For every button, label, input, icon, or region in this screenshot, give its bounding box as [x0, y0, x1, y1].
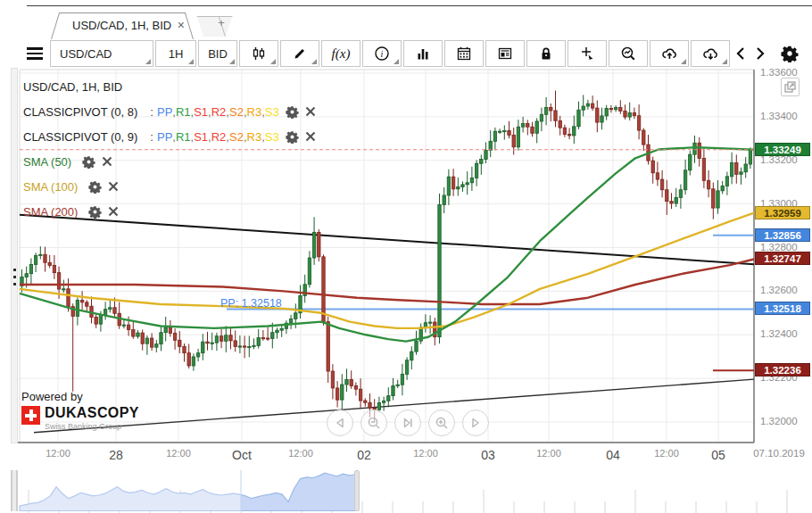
candle: [95, 318, 97, 325]
separator: :: [150, 130, 153, 144]
navigator-right-handle[interactable]: [354, 470, 360, 511]
tab-usdcad-1h-bid[interactable]: USD/CAD, 1H, BID ×: [51, 12, 194, 39]
indicator-remove-button[interactable]: [108, 206, 119, 217]
gear-icon: [88, 180, 102, 194]
candle: [229, 335, 232, 341]
cloud-download-button[interactable]: [691, 40, 730, 67]
candle: [670, 202, 673, 203]
brand-name: DUKASCOPY: [45, 406, 139, 420]
candle: [666, 190, 668, 202]
indicator-settings-button[interactable]: [88, 205, 102, 219]
candle: [461, 185, 464, 187]
candle: [544, 107, 547, 114]
candle: [633, 112, 635, 115]
scroll-right-button[interactable]: [751, 40, 769, 67]
candle: [276, 330, 278, 333]
indicator-settings-button[interactable]: [286, 105, 299, 119]
indicator-remove-button[interactable]: [102, 156, 112, 167]
candle: [609, 108, 612, 109]
candle: [707, 180, 709, 189]
lock-button[interactable]: [526, 40, 566, 67]
step-forward-button[interactable]: [462, 410, 489, 436]
step-back-button[interactable]: [327, 410, 353, 436]
legend-sma-row-2: SMA (100): [23, 174, 316, 199]
time-tick-label: 12:00: [536, 448, 561, 459]
menu-button[interactable]: [21, 40, 48, 67]
candle: [202, 342, 204, 352]
zoom-out-button[interactable]: [360, 410, 387, 436]
crosshair-icon: [579, 46, 595, 62]
candle: [369, 402, 371, 408]
candle: [628, 112, 631, 117]
navigator-left-handle[interactable]: [11, 470, 18, 511]
calendar-button[interactable]: [444, 40, 484, 67]
candle: [113, 308, 116, 314]
candle: [596, 108, 599, 122]
candle: [122, 325, 125, 326]
crosshair-button[interactable]: [568, 40, 607, 67]
candle: [289, 319, 292, 324]
candle: [169, 328, 171, 334]
function-button[interactable]: f(x): [321, 40, 360, 67]
scroll-left-button[interactable]: [732, 40, 750, 67]
chart-style-button[interactable]: [239, 40, 278, 67]
cloud-upload-button[interactable]: [650, 40, 689, 67]
candle: [410, 352, 413, 360]
pivot-level-label: R2: [211, 130, 227, 144]
chart-scroll-track[interactable]: [11, 68, 18, 443]
indicator-settings-button[interactable]: [88, 180, 102, 194]
tab-label: USD/CAD, 1H, BID: [72, 19, 171, 32]
indicator-remove-button[interactable]: [305, 106, 316, 117]
candle: [364, 401, 367, 402]
time-tick-label: 12:00: [288, 448, 313, 459]
candle: [67, 289, 70, 307]
drag-handle-dot: [13, 283, 16, 285]
pp-line-label: PP: 1.32518: [220, 297, 282, 310]
period-label: 1H: [169, 47, 184, 61]
candle: [354, 386, 357, 390]
candle: [568, 134, 570, 136]
candle: [698, 143, 700, 158]
pivot-level-label: R3: [247, 130, 262, 144]
navigator[interactable]: [20, 470, 787, 513]
tab-close-icon[interactable]: ×: [178, 18, 185, 32]
candle: [382, 401, 385, 402]
zoom-in-button[interactable]: [428, 410, 455, 436]
legend-sma-row-3: SMA (200): [23, 199, 316, 224]
candle: [489, 141, 492, 150]
side-label: BID: [208, 47, 228, 61]
drag-handle-dot: [13, 276, 16, 278]
zoom-chart-button[interactable]: [609, 40, 648, 67]
new-tab-button[interactable]: +: [203, 13, 239, 34]
candle: [53, 266, 55, 273]
indicator-name: SMA (200): [23, 205, 78, 219]
volume-button[interactable]: [403, 40, 443, 67]
candle: [503, 131, 506, 132]
news-button[interactable]: [485, 40, 525, 67]
info-button[interactable]: i: [362, 40, 402, 67]
indicator-settings-button[interactable]: [286, 130, 299, 144]
expand-chart-button[interactable]: [781, 78, 800, 96]
settings-button[interactable]: [776, 40, 803, 67]
candle: [392, 386, 394, 396]
period-select[interactable]: 1H: [155, 40, 196, 67]
candle: [266, 338, 269, 339]
candle: [535, 121, 538, 133]
candle: [387, 396, 390, 401]
candle: [211, 343, 213, 343]
draw-button[interactable]: [280, 40, 319, 67]
candle: [466, 183, 468, 185]
instrument-select[interactable]: USD/CAD: [50, 40, 153, 67]
candle: [331, 371, 334, 388]
candle: [44, 254, 46, 262]
remove-icon: [305, 106, 316, 117]
magnifier-minus-icon: [367, 416, 381, 430]
indicator-remove-button[interactable]: [108, 181, 119, 192]
candle: [57, 273, 60, 289]
side-select[interactable]: BID: [198, 40, 237, 67]
play-to-latest-button[interactable]: [394, 410, 421, 436]
indicator-remove-button[interactable]: [305, 131, 316, 142]
cloud-upload-icon: [661, 46, 678, 62]
indicator-settings-button[interactable]: [82, 155, 95, 169]
price-badge: 1.32856: [755, 228, 810, 242]
